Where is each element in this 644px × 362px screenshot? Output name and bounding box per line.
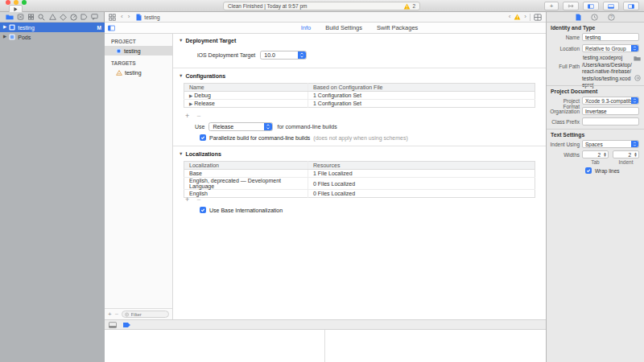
location-dropdown[interactable]: Relative to Group xyxy=(582,44,639,52)
symbol-navigator-tab[interactable] xyxy=(27,14,35,20)
mini-stepper-icon[interactable]: ▲▼ xyxy=(633,152,638,158)
filter-field[interactable] xyxy=(122,311,169,318)
quick-help-inspector-tab-icon[interactable]: ? xyxy=(608,14,615,21)
hide-debug-area-icon[interactable] xyxy=(109,322,117,328)
column-header[interactable]: Resources xyxy=(308,162,535,170)
navigator-row-testing[interactable]: ▶ testing M xyxy=(0,23,105,32)
table-row[interactable]: English, deprecated — Development Langua… xyxy=(184,178,535,190)
close-window-button[interactable] xyxy=(6,0,10,5)
remove-configuration-button[interactable]: − xyxy=(196,113,200,119)
section-disclosure-icon[interactable]: ▼ xyxy=(179,39,183,43)
column-header[interactable]: Name xyxy=(184,84,308,92)
tab-info[interactable]: Info xyxy=(301,24,312,31)
section-localizations[interactable]: ▼ Localizations xyxy=(179,151,221,157)
inspector-tab-bar: ? xyxy=(546,12,644,23)
related-items-icon[interactable] xyxy=(109,14,116,21)
column-header[interactable]: Localization xyxy=(184,162,308,170)
add-configuration-button[interactable]: + xyxy=(185,113,189,119)
row-disclosure-icon[interactable]: ▶ xyxy=(189,101,192,106)
name-field[interactable] xyxy=(582,33,639,41)
reveal-folder-icon[interactable] xyxy=(634,56,641,61)
stepper-icon[interactable] xyxy=(264,123,272,130)
history-inspector-tab-icon[interactable] xyxy=(591,14,598,21)
tab-swift-packages[interactable]: Swift Packages xyxy=(377,24,418,31)
breakpoint-navigator-tab[interactable] xyxy=(80,14,88,20)
debug-navigator-tab[interactable] xyxy=(70,14,77,21)
stepper-icon[interactable] xyxy=(298,51,306,59)
checkbox-checked-icon[interactable] xyxy=(200,207,206,213)
next-issue-button[interactable]: › xyxy=(524,14,526,20)
stepper-icon[interactable] xyxy=(631,97,638,104)
parallelize-checkbox-row[interactable]: Parallelize build for command-line build… xyxy=(200,134,408,141)
remove-item-button[interactable]: − xyxy=(115,311,119,317)
stepper-icon[interactable] xyxy=(631,45,638,51)
plus-icon: + xyxy=(550,2,554,10)
navigator-row-pods[interactable]: ▶ Pods xyxy=(0,32,105,42)
report-navigator-tab[interactable] xyxy=(91,14,98,20)
debug-bar xyxy=(105,319,546,330)
test-navigator-tab[interactable] xyxy=(60,14,67,21)
deployment-target-combo[interactable]: 10.0 xyxy=(260,51,307,60)
indent-using-dropdown[interactable]: Spaces xyxy=(582,140,639,148)
section-disclosure-icon[interactable]: ▼ xyxy=(179,152,183,157)
disclosure-triangle-icon[interactable]: ▶ xyxy=(3,25,6,30)
go-forward-button[interactable]: › xyxy=(128,14,130,20)
add-item-button[interactable]: + xyxy=(108,311,112,317)
minimize-window-button[interactable] xyxy=(14,0,19,5)
checkbox-checked-icon[interactable] xyxy=(200,134,206,141)
command-line-config-combo[interactable]: Release xyxy=(208,122,273,131)
row-disclosure-icon[interactable]: ▶ xyxy=(189,93,192,98)
issue-navigator-tab[interactable] xyxy=(49,14,56,20)
tab-width-stepper[interactable]: 2 ▲▼ xyxy=(582,150,609,158)
zoom-window-button[interactable] xyxy=(22,0,27,5)
open-path-arrow-icon[interactable] xyxy=(634,75,641,81)
toggle-debug-area-button[interactable] xyxy=(603,2,619,10)
add-localization-button[interactable]: + xyxy=(185,197,189,203)
find-navigator-tab[interactable] xyxy=(38,14,45,21)
editor-options-icon[interactable] xyxy=(534,14,542,21)
arrange-arrows-icon xyxy=(568,3,574,9)
project-file-icon xyxy=(136,14,142,21)
base-internationalization-row[interactable]: Use Base Internationalization xyxy=(200,207,283,213)
class-prefix-field[interactable] xyxy=(582,117,639,125)
organization-field[interactable] xyxy=(582,107,639,115)
toggle-editor-sidebar-icon[interactable] xyxy=(108,25,115,31)
source-control-navigator-tab[interactable] xyxy=(17,14,24,20)
section-configurations[interactable]: ▼ Configurations xyxy=(179,73,225,79)
previous-issue-button[interactable]: ‹ xyxy=(509,14,511,20)
table-row[interactable]: English 0 Files Localized xyxy=(184,190,535,198)
mini-stepper-icon[interactable]: ▲▼ xyxy=(602,152,608,158)
jump-bar-warning-icon[interactable] xyxy=(514,14,521,20)
disclosure-triangle-icon[interactable]: ▶ xyxy=(3,35,6,39)
checkbox-checked-icon[interactable] xyxy=(585,167,592,174)
project-navigator-tab[interactable] xyxy=(6,14,14,20)
breakpoints-toggle-icon[interactable] xyxy=(122,322,131,328)
toggle-navigator-button[interactable] xyxy=(583,2,599,10)
stepper-icon[interactable] xyxy=(631,141,638,147)
remove-localization-button[interactable]: − xyxy=(196,197,200,203)
wrap-lines-row[interactable]: Wrap lines xyxy=(585,167,620,174)
column-header[interactable]: Based on Configuration File xyxy=(308,84,535,92)
file-name-value: testing.xcodeproj xyxy=(583,55,622,60)
table-row[interactable]: ▶ Debug 1 Configuration Set xyxy=(184,92,535,100)
warning-badge[interactable]: 2 xyxy=(403,3,415,10)
parallelize-note: (does not apply when using schemes) xyxy=(313,135,408,141)
toggle-inspector-button[interactable] xyxy=(623,2,639,10)
filter-input[interactable] xyxy=(131,312,167,317)
project-item-testing[interactable]: testing xyxy=(105,46,172,56)
table-row[interactable]: ▶ Release 1 Configuration Set xyxy=(184,100,535,108)
section-disclosure-icon[interactable]: ▼ xyxy=(179,74,183,79)
go-back-button[interactable]: ‹ xyxy=(121,14,123,20)
add-editor-button[interactable]: + xyxy=(544,2,559,10)
target-item-testing[interactable]: testing xyxy=(105,68,172,77)
inspector-divider xyxy=(547,85,644,86)
tab-build-settings[interactable]: Build Settings xyxy=(325,24,362,31)
jump-bar-file-name[interactable]: testing xyxy=(144,14,159,20)
debug-split-divider[interactable] xyxy=(324,330,325,362)
indent-width-stepper[interactable]: 2 ▲▼ xyxy=(613,150,639,158)
file-inspector-tab-icon[interactable] xyxy=(576,14,581,21)
section-deployment-target[interactable]: ▼ Deployment Target xyxy=(179,38,236,43)
table-row[interactable]: Base 1 File Localized xyxy=(184,170,535,178)
project-format-dropdown[interactable]: Xcode 9.3-compatible xyxy=(582,97,639,105)
editor-arrangement-button[interactable] xyxy=(563,2,579,10)
